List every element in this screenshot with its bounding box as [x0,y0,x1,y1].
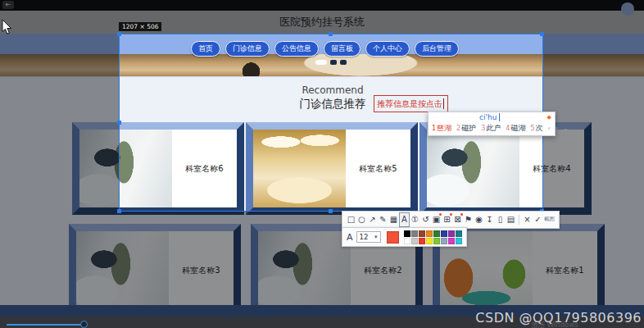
color-swatch[interactable] [419,238,425,244]
rect-tool-icon[interactable]: □ [346,212,356,227]
text-tool-icon[interactable]: A [399,212,410,227]
color-swatch[interactable] [456,230,462,237]
color-swatch[interactable] [433,230,440,237]
annotation-textbox[interactable]: 推荐信息是按点击 [374,95,448,112]
ime-candidate-list: 1慈湖 2磁护 3此户 4磁湖 5次 ‹ › ⌄ [429,123,555,135]
selection-handle[interactable] [117,121,121,125]
mosaic-tool-icon[interactable]: ▦ [388,212,399,227]
snip-toolbar: □ ○ ↗ ✎ ▦ A ① ↺ ▣ ⊞ ⊠ ⚑ ◉ ↧ ▯ ▤ × ✓ 截图 [342,211,560,229]
mouse-cursor [2,20,12,38]
color-swatch[interactable] [448,230,455,237]
ime-composition: ci'hu [479,113,497,121]
ime-candidate[interactable]: 4磁湖 [506,123,525,134]
video-progress-knob[interactable] [80,321,88,328]
ocr-icon[interactable]: ▣ [431,212,442,227]
chevron-down-icon: ▾ [374,234,378,240]
color-swatch[interactable] [448,238,455,244]
dim-overlay-right [543,34,644,212]
number-tool-icon[interactable]: ① [410,212,420,227]
dim-overlay-top [0,0,644,34]
pen-tool-icon[interactable]: ✎ [378,212,388,227]
translate-icon[interactable]: ⊞ [442,212,452,227]
close-icon[interactable]: × [522,212,533,227]
ime-tool-icon[interactable]: ◆ [547,114,551,121]
ime-candidate[interactable]: 3此户 [481,123,501,134]
undo-icon[interactable]: ↺ [420,212,431,227]
selection-handle[interactable] [329,32,333,36]
save-icon[interactable]: ↧ [484,212,495,227]
color-palette [404,230,462,244]
toolbar-logo: 截图 [543,216,556,222]
ime-candidate[interactable]: 2磁护 [456,123,476,134]
color-swatch[interactable] [433,238,440,244]
ime-popup: ci'hu ◆ 1慈湖 2磁护 3此户 4磁湖 5次 ‹ › ⌄ [428,112,556,136]
ime-candidate[interactable]: 5次 [530,123,542,134]
arrow-tool-icon[interactable]: ↗ [367,212,378,227]
font-icon: A [347,232,353,243]
ime-more-icon[interactable]: ⌄ [563,125,569,132]
selection-handle[interactable] [329,209,333,213]
ime-next-page-icon[interactable]: › [556,125,558,132]
toolbar-divider [519,215,519,225]
ellipse-tool-icon[interactable]: ○ [356,212,367,227]
text-caret [443,98,444,109]
selection-handle[interactable] [117,209,121,213]
copy-icon[interactable]: ▤ [506,212,516,227]
activate-windows-watermark: 激活 Windows [531,321,578,328]
color-swatch[interactable] [426,230,433,237]
pin-icon[interactable]: ⚑ [463,212,474,227]
color-swatch[interactable] [411,230,418,237]
ime-candidate[interactable]: 1慈湖 [432,123,451,134]
video-progress-bar[interactable] [7,324,82,326]
color-swatch[interactable] [426,238,433,244]
color-swatch[interactable] [404,230,410,237]
text-tool-options: A 12 ▾ [342,227,467,247]
color-swatch[interactable] [441,230,447,237]
record-icon[interactable]: ◉ [474,212,484,227]
annotation-text: 推荐信息是按点击 [377,98,442,110]
color-swatch[interactable] [419,230,425,237]
send-to-phone-icon[interactable]: ▯ [495,212,506,227]
extract-text-icon[interactable]: ⊠ [452,212,463,227]
color-swatch[interactable] [411,238,418,244]
dim-overlay-left [0,34,119,212]
color-swatch[interactable] [456,238,462,244]
confirm-icon[interactable]: ✓ [533,212,543,227]
selected-color-swatch[interactable] [387,231,399,244]
ime-prev-page-icon[interactable]: ‹ [547,125,550,132]
selection-handle[interactable] [540,32,544,36]
font-size-select[interactable]: 12 ▾ [356,231,381,243]
ime-caret [499,113,500,121]
color-swatch[interactable] [441,238,447,244]
selection-size-badge: 1207 × 506 [119,22,161,31]
color-swatch[interactable] [404,238,410,244]
selection-handle[interactable] [117,32,121,36]
